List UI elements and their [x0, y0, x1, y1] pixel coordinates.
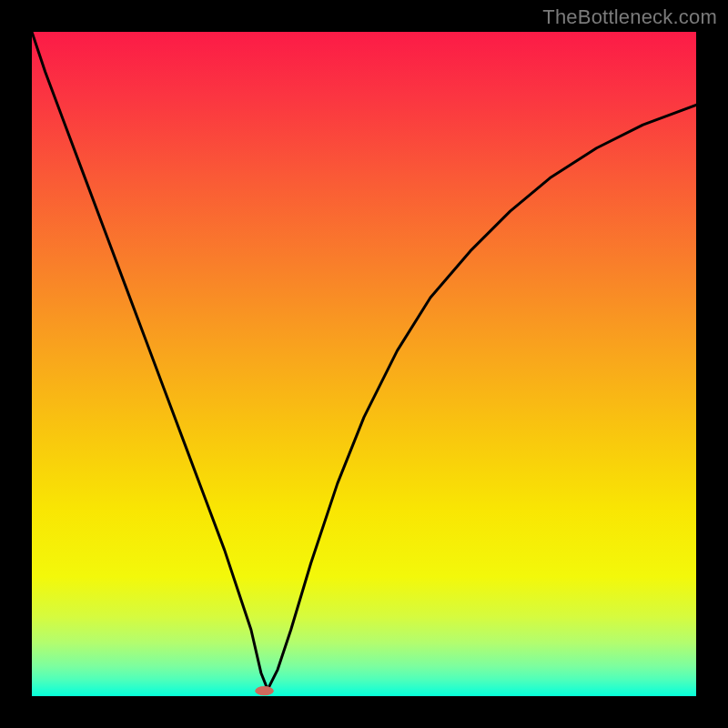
watermark-text: TheBottleneck.com [542, 5, 717, 29]
outer-frame: TheBottleneck.com [0, 0, 728, 728]
bottleneck-chart [32, 32, 696, 696]
